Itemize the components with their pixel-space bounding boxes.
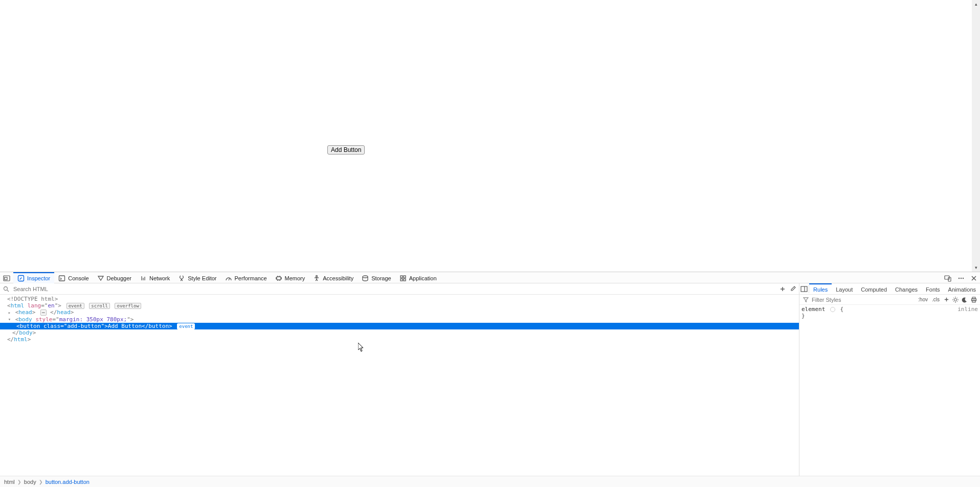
page-vertical-scrollbar[interactable]: ▴ ▾ (972, 0, 980, 272)
svg-point-5 (316, 275, 318, 277)
side-tab-rules[interactable]: Rules (809, 283, 832, 294)
tab-debugger-label: Debugger (107, 275, 131, 281)
tab-accessibility-label: Accessibility (323, 275, 353, 281)
tab-performance[interactable]: Performance (221, 272, 271, 283)
svg-point-18 (954, 298, 957, 301)
dom-search-bar (0, 283, 799, 295)
side-tab-fonts[interactable]: Fonts (922, 283, 944, 294)
search-icon (2, 285, 10, 293)
filter-styles-input[interactable] (811, 296, 916, 303)
color-swatch-icon[interactable] (830, 307, 835, 312)
chevron-right-icon: ❯ (39, 479, 43, 484)
responsive-design-mode-icon[interactable] (941, 272, 954, 283)
side-tab-computed[interactable]: Computed (857, 283, 891, 294)
dom-tree[interactable]: <!DOCTYPE html> <html lang="en"> event s… (0, 295, 799, 476)
svg-rect-1 (5, 277, 7, 280)
search-input[interactable] (12, 285, 776, 293)
dom-line-html-close[interactable]: </html> (0, 336, 799, 343)
svg-rect-7 (400, 276, 403, 278)
dom-line-head[interactable]: ▸ <head> ⋯ </head> (0, 309, 799, 316)
badge-event[interactable]: event (66, 303, 84, 309)
breadcrumb: html ❯ body ❯ button.add-button (0, 476, 980, 487)
collapse-body-icon[interactable]: ▾ (7, 316, 12, 323)
breadcrumb-body[interactable]: body (24, 479, 36, 485)
markup-panel: <!DOCTYPE html> <html lang="en"> event s… (0, 283, 799, 476)
chevron-right-icon: ❯ (17, 479, 21, 484)
scrollbar-down-icon[interactable]: ▾ (972, 263, 980, 272)
tab-debugger[interactable]: Debugger (93, 272, 136, 283)
rules-tabs: Rules Layout Computed Changes Fonts Anim… (799, 283, 980, 295)
tab-style-editor[interactable]: Style Editor (174, 272, 220, 283)
rule-source-inline[interactable]: inline (957, 306, 978, 313)
tab-inspector-label: Inspector (27, 275, 50, 281)
tab-accessibility[interactable]: Accessibility (309, 272, 358, 283)
badge-overflow[interactable]: overflow (115, 303, 141, 309)
tab-memory-label: Memory (285, 275, 305, 281)
pseudo-hov-toggle[interactable]: :hov (917, 297, 929, 302)
scrollbar-up-icon[interactable]: ▴ (972, 0, 980, 8)
dom-line-body-close[interactable]: </body> (0, 329, 799, 336)
new-rule-icon[interactable] (942, 296, 950, 304)
svg-point-6 (363, 276, 368, 278)
devtools-body: <!DOCTYPE html> <html lang="en"> event s… (0, 283, 980, 476)
devtools-toolbar: Inspector Console Debugger Network (0, 272, 980, 283)
breadcrumb-html[interactable]: html (4, 479, 15, 485)
rules-panel: Rules Layout Computed Changes Fonts Anim… (799, 283, 980, 476)
devtools-menu-icon[interactable] (954, 272, 968, 283)
devtools-close-icon[interactable] (968, 272, 980, 283)
toggle-3pane-icon[interactable] (799, 283, 809, 294)
svg-rect-17 (801, 286, 807, 292)
tab-inspector[interactable]: Inspector (13, 272, 54, 283)
dom-line-button-selected[interactable]: <button class="add-button">Add Button</b… (0, 323, 799, 329)
svg-rect-8 (404, 276, 406, 278)
expand-head-icon[interactable]: ▸ (7, 309, 12, 316)
add-node-icon[interactable] (778, 285, 787, 293)
breadcrumb-button[interactable]: button.add-button (46, 479, 90, 485)
page-viewport: Add Button ▴ ▾ (0, 0, 980, 272)
tab-performance-label: Performance (235, 275, 267, 281)
dom-line-doctype[interactable]: <!DOCTYPE html> (0, 296, 799, 302)
tab-network-label: Network (149, 275, 170, 281)
svg-point-13 (959, 277, 960, 278)
cls-toggle[interactable]: .cls (930, 297, 941, 302)
iframe-picker-icon[interactable] (0, 272, 13, 283)
add-button[interactable]: Add Button (327, 145, 365, 154)
svg-rect-3 (59, 276, 65, 281)
filter-icon (801, 296, 810, 304)
rules-filter-bar: :hov .cls (799, 295, 980, 305)
tab-storage-label: Storage (371, 275, 391, 281)
badge-scroll[interactable]: scroll (89, 303, 110, 309)
svg-point-16 (4, 286, 8, 290)
tab-storage[interactable]: Storage (358, 272, 395, 283)
tab-memory[interactable]: Memory (271, 272, 309, 283)
tab-console[interactable]: Console (54, 272, 93, 283)
svg-point-14 (961, 277, 962, 278)
svg-point-15 (963, 277, 964, 278)
side-tab-layout[interactable]: Layout (832, 283, 857, 294)
tab-network[interactable]: Network (136, 272, 174, 283)
svg-rect-10 (404, 279, 406, 281)
tab-application-label: Application (409, 275, 437, 281)
eyedropper-icon[interactable] (789, 285, 797, 293)
tab-application[interactable]: Application (395, 272, 441, 283)
badge-event-selected[interactable]: event (177, 323, 195, 329)
rules-list[interactable]: element { inline } (799, 305, 980, 476)
devtools-panel: Inspector Console Debugger Network (0, 272, 980, 487)
collapsed-dots-icon[interactable]: ⋯ (40, 309, 47, 316)
rule-brace-close: } (801, 313, 805, 319)
svg-rect-4 (277, 277, 281, 280)
rule-selector[interactable]: element (801, 306, 825, 313)
dom-line-html[interactable]: <html lang="en"> event scroll overflow (0, 302, 799, 309)
light-scheme-icon[interactable] (951, 296, 960, 304)
print-media-icon[interactable] (970, 296, 978, 304)
side-tab-changes[interactable]: Changes (891, 283, 922, 294)
side-tab-animations[interactable]: Animations (944, 283, 980, 294)
tab-style-editor-label: Style Editor (188, 275, 216, 281)
dom-line-body[interactable]: ▾ <body style="margin: 350px 780px;"> (0, 316, 799, 323)
svg-rect-9 (400, 279, 403, 281)
rule-brace-open: { (840, 306, 844, 313)
dark-scheme-icon[interactable] (961, 296, 969, 304)
tab-console-label: Console (68, 275, 88, 281)
